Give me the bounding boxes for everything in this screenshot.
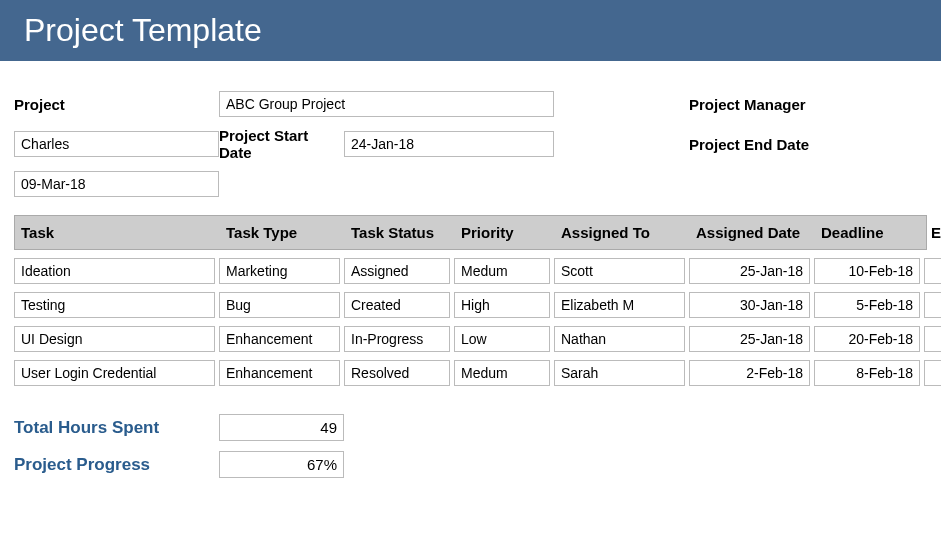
table-row: Testing Bug Created High Elizabeth M 30-… — [14, 292, 927, 318]
project-field[interactable]: ABC Group Project — [219, 91, 554, 117]
page-banner: Project Template — [0, 0, 941, 61]
cell-priority[interactable]: Medum — [454, 360, 550, 386]
cell-priority[interactable]: High — [454, 292, 550, 318]
end-date-label: Project End Date — [689, 136, 934, 153]
col-priority: Priority — [455, 216, 555, 249]
cell-task[interactable]: UI Design — [14, 326, 215, 352]
col-type: Task Type — [220, 216, 345, 249]
project-label: Project — [14, 96, 219, 113]
col-assigned-to: Assigned To — [555, 216, 690, 249]
summary-block: Total Hours Spent 49 Project Progress 67… — [14, 414, 927, 478]
cell-assigned-to[interactable]: Nathan — [554, 326, 685, 352]
col-status: Task Status — [345, 216, 455, 249]
progress-field[interactable]: 67% — [219, 451, 344, 478]
col-task: Task — [15, 216, 220, 249]
end-date-field[interactable]: 09-Mar-18 — [14, 171, 219, 197]
cell-assigned-date[interactable]: 30-Jan-18 — [689, 292, 810, 318]
cell-task[interactable]: Ideation — [14, 258, 215, 284]
cell-task[interactable]: User Login Credential — [14, 360, 215, 386]
cell-deadline[interactable]: 8-Feb-18 — [814, 360, 920, 386]
table-row: User Login Credential Enhancement Resolv… — [14, 360, 927, 386]
cell-assigned-date[interactable]: 2-Feb-18 — [689, 360, 810, 386]
cell-type[interactable]: Enhancement — [219, 360, 340, 386]
progress-label: Project Progress — [14, 455, 219, 475]
cell-status[interactable]: Resolved — [344, 360, 450, 386]
table-row: Ideation Marketing Assigned Medum Scott … — [14, 258, 927, 284]
start-date-label: Project Start Date — [219, 127, 344, 161]
cell-deadline[interactable]: 20-Feb-18 — [814, 326, 920, 352]
banner-title: Project Template — [24, 12, 262, 48]
cell-assigned-date[interactable]: 25-Jan-18 — [689, 258, 810, 284]
task-table: Task Task Type Task Status Priority Assi… — [14, 215, 927, 386]
col-extra: E — [925, 216, 941, 249]
summary-row: Total Hours Spent 49 — [14, 414, 927, 441]
cell-deadline[interactable]: 10-Feb-18 — [814, 258, 920, 284]
summary-row: Project Progress 67% — [14, 451, 927, 478]
cell-status[interactable]: Created — [344, 292, 450, 318]
cell-extra[interactable] — [924, 326, 941, 352]
cell-extra[interactable] — [924, 292, 941, 318]
cell-type[interactable]: Marketing — [219, 258, 340, 284]
manager-label: Project Manager — [689, 96, 934, 113]
total-hours-field[interactable]: 49 — [219, 414, 344, 441]
total-hours-label: Total Hours Spent — [14, 418, 219, 438]
table-header-row: Task Task Type Task Status Priority Assi… — [14, 215, 927, 250]
col-assigned-date: Assigned Date — [690, 216, 815, 249]
cell-assigned-to[interactable]: Scott — [554, 258, 685, 284]
content-area: Project ABC Group Project Project Manage… — [0, 91, 941, 478]
table-row: UI Design Enhancement In-Progress Low Na… — [14, 326, 927, 352]
cell-assigned-to[interactable]: Elizabeth M — [554, 292, 685, 318]
cell-task[interactable]: Testing — [14, 292, 215, 318]
cell-status[interactable]: In-Progress — [344, 326, 450, 352]
cell-type[interactable]: Enhancement — [219, 326, 340, 352]
cell-extra[interactable] — [924, 258, 941, 284]
cell-priority[interactable]: Low — [454, 326, 550, 352]
cell-type[interactable]: Bug — [219, 292, 340, 318]
start-date-field[interactable]: 24-Jan-18 — [344, 131, 554, 157]
cell-status[interactable]: Assigned — [344, 258, 450, 284]
cell-extra[interactable] — [924, 360, 941, 386]
manager-field[interactable]: Charles — [14, 131, 219, 157]
col-deadline: Deadline — [815, 216, 925, 249]
project-meta: Project ABC Group Project Project Manage… — [14, 91, 927, 197]
cell-assigned-date[interactable]: 25-Jan-18 — [689, 326, 810, 352]
cell-deadline[interactable]: 5-Feb-18 — [814, 292, 920, 318]
cell-assigned-to[interactable]: Sarah — [554, 360, 685, 386]
cell-priority[interactable]: Medum — [454, 258, 550, 284]
